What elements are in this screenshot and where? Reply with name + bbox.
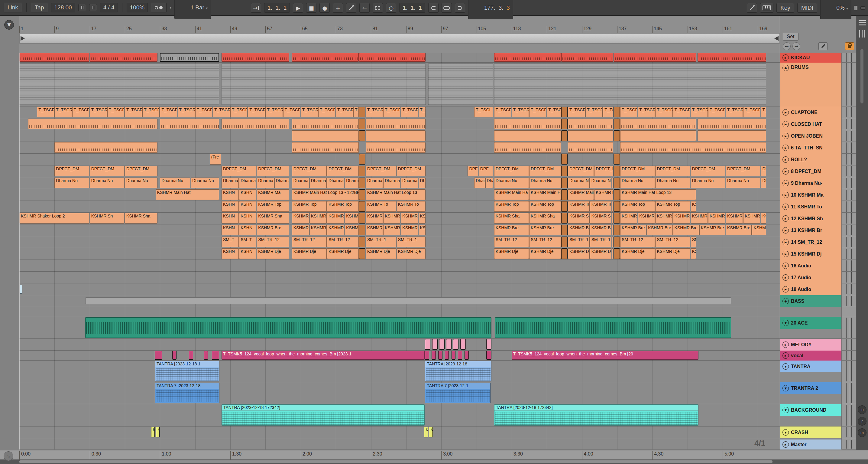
overview-toggle-icon[interactable]: ▼ bbox=[4, 20, 14, 30]
clip-roll[interactable]: (Fre bbox=[210, 154, 221, 165]
bar-number[interactable]: 33 bbox=[160, 26, 167, 33]
clip-8-dpfct-dm[interactable]: DPFCT_DM bbox=[594, 166, 613, 176]
track-header-9-dharma-nu[interactable]: ▶9 Dharma Nu- bbox=[780, 177, 841, 189]
clip-kickau[interactable] bbox=[221, 53, 289, 62]
fold-icon[interactable]: ▶ bbox=[782, 215, 789, 222]
clip-8-dpfct-dm[interactable] bbox=[359, 166, 365, 176]
track-header-trantra-2[interactable]: ▼TRANTRA 2 bbox=[780, 382, 841, 404]
clip-10-kshmr-ma[interactable]: KSHMR Ma bbox=[256, 190, 289, 200]
clip-closed-hat[interactable] bbox=[614, 119, 620, 129]
clip-claptone[interactable]: T_TSCR_12 bbox=[72, 107, 89, 117]
clip-14-sm-tr-12[interactable]: SM_T bbox=[221, 236, 239, 247]
clip-12-kshmr-sh[interactable]: KSHMR Sha bbox=[690, 213, 708, 224]
mixer-strip-10-kshmr-ma[interactable] bbox=[842, 189, 856, 201]
clip-open-joben[interactable] bbox=[366, 130, 426, 141]
clip-13-kshmr-br[interactable]: KSHMR Bre bbox=[383, 225, 400, 235]
mixer-strip-bass[interactable] bbox=[842, 295, 856, 307]
clip-10-kshmr-ma[interactable]: KSHMR Main Ha bbox=[529, 190, 561, 200]
clip-14-sm-tr-12[interactable] bbox=[359, 236, 365, 247]
clip-15-kshmr-dj[interactable]: KSHMR Dje bbox=[366, 248, 396, 259]
lane-spacer[interactable] bbox=[19, 307, 780, 317]
clip-13-kshmr-br[interactable]: KSHMR Br bbox=[612, 225, 613, 235]
clip-closed-hat[interactable] bbox=[28, 119, 157, 129]
clip-9-dharma-nu[interactable]: Dharma Nu bbox=[529, 178, 561, 188]
lane-background[interactable]: TANTRA [2023-12-18 172342]TANTRA [2023-1… bbox=[19, 404, 780, 427]
loop-start-marker-icon[interactable] bbox=[21, 36, 25, 41]
clip-claptone[interactable] bbox=[614, 107, 620, 117]
bar-number[interactable]: 89 bbox=[406, 26, 413, 33]
clip-crash[interactable]: K bbox=[156, 427, 160, 437]
clip-15-kshmr-dj[interactable]: KSHMR Dj bbox=[568, 248, 590, 259]
clip-11-kshmr-to[interactable]: KSHMR Top bbox=[655, 201, 690, 212]
track-header-16-audio[interactable]: ▶16 Audio bbox=[780, 260, 841, 272]
clip-14-sm-tr-12[interactable]: SM_TR_12 bbox=[256, 236, 289, 247]
clip-9-dharma-nu[interactable]: Dharma Nu bbox=[726, 178, 761, 188]
lane-options-icon[interactable] bbox=[859, 30, 865, 37]
mixer-strip-background[interactable] bbox=[842, 404, 856, 427]
clip-12-kshmr-sh[interactable]: KSHMR Sh bbox=[418, 213, 426, 224]
clip-13-kshmr-br[interactable]: KSHMR Bre bbox=[345, 225, 359, 235]
mixer-strip-11-kshmr-to[interactable] bbox=[842, 201, 856, 213]
fold-icon[interactable]: ▶ bbox=[782, 168, 789, 175]
clip-vocal[interactable] bbox=[432, 351, 436, 360]
lane-10-kshmr-ma[interactable]: KSHMR Main HatKSHNKSHNKSHMR MaKSHMR Main… bbox=[19, 189, 780, 201]
loop-end-marker-icon[interactable] bbox=[774, 36, 779, 41]
clip-12-kshmr-sh[interactable]: KSHMR Sha bbox=[726, 213, 743, 224]
clip-claptone[interactable]: T_TSCR_12 bbox=[383, 107, 400, 117]
clip-kickau[interactable] bbox=[561, 53, 613, 62]
bar-number[interactable]: 41 bbox=[195, 26, 202, 33]
clip-tantra[interactable]: TANTRA [2023-12-18 bbox=[425, 361, 491, 381]
show-io-button[interactable]: io bbox=[858, 405, 867, 414]
clip-bass[interactable] bbox=[85, 297, 731, 304]
stop-button[interactable]: ■ bbox=[306, 3, 316, 13]
clip-9-dharma-nu[interactable]: Dharma Nu bbox=[239, 178, 256, 188]
bar-number[interactable]: 137 bbox=[617, 26, 627, 33]
clip-9-dharma-nu[interactable]: Dharma Nu bbox=[274, 178, 289, 188]
fold-icon[interactable]: ▶ bbox=[782, 145, 789, 151]
clip-closed-hat[interactable] bbox=[620, 119, 696, 129]
track-header-6-ta-tth-sn[interactable]: ▶6 TA_TTH_SN bbox=[780, 142, 841, 154]
fold-icon[interactable]: ▶ bbox=[782, 180, 789, 186]
clip-claptone[interactable]: T_TSCR_12 bbox=[638, 107, 655, 117]
track-header-open-joben[interactable]: ▶OPEN JOBEN bbox=[780, 130, 841, 142]
clip-13-kshmr-br[interactable]: KSHMR Br bbox=[568, 225, 590, 235]
lane-vocal[interactable]: T_TSMK5_124_vocal_loop_when_the_morning_… bbox=[19, 351, 780, 360]
clip-vocal[interactable] bbox=[204, 351, 208, 360]
clip-kickau[interactable] bbox=[19, 53, 89, 62]
clip-9-dharma-nu[interactable]: Dhari bbox=[474, 178, 485, 188]
lane-tantra[interactable]: TANTRA [2023-12-18 1TANTRA [2023-12-18 bbox=[19, 360, 780, 382]
clip-15-kshmr-dj[interactable]: KSHMR Dje bbox=[292, 248, 327, 259]
clip-15-kshmr-dj[interactable] bbox=[614, 248, 620, 259]
clip-open-joben[interactable] bbox=[620, 130, 696, 141]
bar-number[interactable]: 161 bbox=[723, 26, 732, 33]
clip-claptone[interactable]: T_TSCR_12 bbox=[529, 107, 547, 117]
mixer-strip-14-sm-tr-12[interactable] bbox=[842, 236, 856, 248]
clip-10-kshmr-ma[interactable] bbox=[359, 190, 365, 200]
clip-8-dpfct-dm[interactable]: DPFCT_DM bbox=[620, 166, 655, 176]
clip-10-kshmr-ma[interactable]: KSHMR Main Hat bbox=[156, 190, 219, 200]
clip-8-dpfct-dm[interactable]: DPFCT_DM bbox=[221, 166, 256, 176]
previous-locator-button[interactable]: ← bbox=[783, 42, 790, 50]
track-header-claptone[interactable]: ▶CLAPTONE bbox=[780, 107, 841, 118]
clip-12-kshmr-sh[interactable]: KSHMR Sh bbox=[90, 213, 125, 224]
clip-9-dharma-nu[interactable]: Dharma Nu bbox=[90, 178, 125, 188]
clip-15-kshmr-dj[interactable]: KSHMR Dje bbox=[494, 248, 529, 259]
clip-10-kshmr-ma[interactable]: KSHN bbox=[221, 190, 239, 200]
track-header-bass[interactable]: ●BASS bbox=[780, 295, 841, 307]
clip-9-dharma-nu[interactable]: Dharma Nu bbox=[494, 178, 529, 188]
clip-12-kshmr-sh[interactable]: KSHN bbox=[239, 213, 256, 224]
clip-12-kshmr-sh[interactable]: KSHMR Sh bbox=[401, 213, 418, 224]
clip-11-kshmr-to[interactable]: KSHMR To bbox=[612, 201, 613, 212]
clip-claptone[interactable]: T_TSCR_12 bbox=[353, 107, 359, 117]
clip-14-sm-tr-12[interactable]: SM_TR_1 bbox=[612, 236, 613, 247]
clip-12-kshmr-sh[interactable] bbox=[561, 213, 567, 224]
fold-icon[interactable]: ▶ bbox=[782, 54, 789, 61]
nudge-up-button[interactable] bbox=[89, 4, 97, 11]
clip-8-dpfct-dm[interactable]: DPFCT_DM bbox=[655, 166, 690, 176]
hamburger-menu-icon[interactable] bbox=[859, 20, 866, 25]
lane-master[interactable] bbox=[19, 439, 780, 450]
clip-13-kshmr-br[interactable]: KSHMR Bre bbox=[401, 225, 418, 235]
clip-claptone[interactable]: T_TSCR_12 bbox=[142, 107, 160, 117]
clip-13-kshmr-br[interactable]: KSHMR Bre bbox=[292, 225, 309, 235]
time-signature-display[interactable]: 4 / 4 bbox=[100, 3, 118, 12]
